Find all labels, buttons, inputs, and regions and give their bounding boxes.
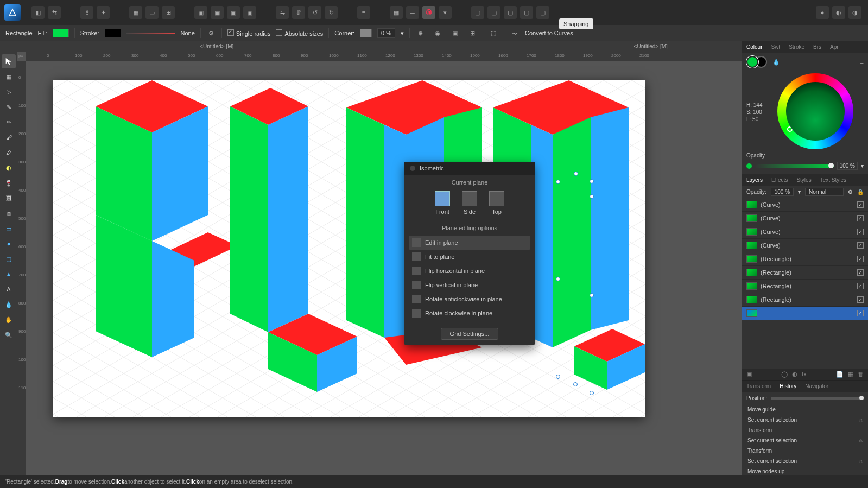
new-pixel-icon[interactable]: ▦	[848, 371, 853, 378]
shape-ellipse-tool[interactable]: ●	[2, 237, 16, 251]
history-item[interactable]: Move guide	[742, 404, 868, 415]
history-item[interactable]: Set current selection⎌	[742, 456, 868, 466]
doc-tab-1[interactable]: <Untitled> [M]	[0, 41, 434, 52]
flip-v-icon[interactable]: ⇵	[292, 6, 305, 19]
convert-to-curves-button[interactable]: Convert to Curves	[525, 30, 573, 36]
baseline-icon[interactable]: ═	[406, 6, 419, 19]
layer-opacity-value[interactable]: 100 %	[771, 188, 794, 196]
node-handle[interactable]	[556, 375, 560, 379]
layer-lock-icon[interactable]: 🔒	[857, 189, 864, 195]
plane-side[interactable]: Side	[462, 191, 477, 215]
layer-row[interactable]: (Curve)✓	[742, 212, 868, 225]
layer-group-icon[interactable]: ▣	[746, 371, 752, 378]
vector-brush-tool[interactable]: 🖊	[2, 145, 16, 160]
bool-int-icon[interactable]: ▢	[504, 6, 517, 19]
node-handle[interactable]	[573, 382, 578, 386]
tab-styles[interactable]: Styles	[792, 174, 815, 186]
shape-rect-tool[interactable]: ▭	[2, 221, 16, 236]
node-handle[interactable]	[556, 277, 560, 281]
reset-box-icon[interactable]: ⬚	[489, 28, 498, 38]
crop-tool[interactable]: ⧈	[2, 206, 16, 220]
place-image-tool[interactable]: 🖼	[2, 191, 16, 205]
arrange-forward-icon[interactable]: ▣	[211, 6, 224, 19]
zoom-tool[interactable]: 🔍	[2, 328, 16, 342]
cycle-box-icon[interactable]: ▣	[450, 28, 460, 38]
opt-flip-v[interactable]: Flip vertical in plane	[409, 278, 530, 292]
absolute-sizes-checkbox[interactable]	[276, 29, 282, 36]
account-icon[interactable]: ●	[816, 6, 829, 19]
layer-row[interactable]: (Rectangle)✓	[742, 252, 868, 266]
corner-type-select[interactable]	[360, 29, 372, 37]
arrange-back-icon[interactable]: ▣	[243, 6, 256, 19]
rotate-cw-icon[interactable]: ↻	[325, 6, 338, 19]
adjustment-icon[interactable]: ◐	[792, 371, 797, 378]
bool-add-icon[interactable]: ▢	[471, 6, 484, 19]
tab-stroke[interactable]: Stroke	[784, 41, 809, 53]
mask-icon[interactable]: ◯	[781, 371, 788, 378]
guides-icon[interactable]: ▭	[145, 6, 159, 19]
new-layer-icon[interactable]: 📄	[836, 371, 844, 378]
opt-rotate-ccw[interactable]: Rotate anticlockwise in plane	[409, 292, 530, 306]
rotate-ccw-icon[interactable]: ↺	[308, 6, 321, 19]
canvas[interactable]	[26, 61, 742, 475]
close-icon[interactable]	[410, 166, 415, 171]
layer-row[interactable]: (Rectangle)✓	[742, 266, 868, 280]
tab-textstyles[interactable]: Text Styles	[816, 174, 851, 186]
snap-options-icon[interactable]: ▾	[439, 6, 452, 19]
tab-layers[interactable]: Layers	[742, 174, 767, 186]
tab-appearance[interactable]: Apr	[826, 41, 843, 53]
node-handle[interactable]	[590, 179, 594, 183]
node-handle[interactable]	[590, 293, 594, 297]
bool-div-icon[interactable]: ▢	[536, 6, 549, 19]
layer-row[interactable]: ✓	[742, 307, 868, 320]
shape-triangle-tool[interactable]: ▲	[2, 267, 16, 281]
eyedropper-tool[interactable]: 💧	[2, 297, 16, 312]
tab-transform[interactable]: Transform	[742, 381, 775, 392]
tab-brushes[interactable]: Brs	[809, 41, 826, 53]
panel-header[interactable]: Isometric	[404, 162, 535, 175]
move-tool[interactable]	[2, 54, 16, 68]
alignment-icon[interactable]: ⊞	[467, 28, 477, 38]
pencil-tool[interactable]: ✏	[2, 115, 16, 129]
share-icon[interactable]: ⇆	[48, 6, 61, 19]
hand-tool[interactable]: ✋	[2, 313, 16, 327]
fx-icon[interactable]: fx	[802, 371, 807, 378]
artboard-tool[interactable]: ▦	[2, 69, 16, 84]
layer-row[interactable]: (Curve)✓	[742, 225, 868, 239]
layer-row[interactable]: (Curve)✓	[742, 239, 868, 252]
node-handle[interactable]	[556, 180, 560, 184]
history-item[interactable]: Set current selection⎌	[742, 435, 868, 446]
axis-icon[interactable]: ⊞	[162, 6, 175, 19]
layer-row[interactable]: (Rectangle)✓	[742, 280, 868, 293]
history-item[interactable]: Transform	[742, 425, 868, 435]
sparkle-icon[interactable]: ✦	[97, 6, 110, 19]
plane-top[interactable]: Top	[489, 191, 504, 215]
brush-tool[interactable]: 🖌	[2, 130, 16, 144]
transparency-tool[interactable]: 🍷	[2, 176, 16, 190]
fill-tool[interactable]: ◐	[2, 161, 16, 175]
arrange-backward-icon[interactable]: ▣	[227, 6, 240, 19]
shape-rounded-tool[interactable]: ▢	[2, 252, 16, 266]
convert-curves-icon[interactable]: ↝	[510, 28, 519, 38]
tab-navigator[interactable]: Navigator	[801, 381, 833, 392]
node-handle[interactable]	[574, 172, 578, 176]
tab-colour[interactable]: Colour	[742, 41, 766, 53]
opt-edit-in-plane[interactable]: Edit in plane	[409, 236, 530, 250]
tab-history[interactable]: History	[775, 381, 801, 392]
fill-colour-selector[interactable]	[746, 56, 758, 68]
single-radius-checkbox[interactable]	[227, 29, 234, 36]
trash-icon[interactable]: 🗑	[858, 371, 864, 378]
pen-tool[interactable]: ✎	[2, 100, 16, 114]
history-item[interactable]: Move nodes up	[742, 466, 868, 475]
grid-settings-button[interactable]: Grid Settings...	[441, 328, 499, 340]
upload-icon[interactable]: ⇪	[80, 6, 93, 19]
history-item[interactable]: Transform	[742, 446, 868, 456]
stroke-swatch[interactable]	[105, 29, 121, 37]
arrange-front-icon[interactable]: ▣	[194, 6, 207, 19]
persona-icon[interactable]: ◧	[31, 6, 45, 19]
layer-gear-icon[interactable]: ⚙	[848, 189, 853, 195]
layer-row[interactable]: (Curve)✓	[742, 198, 868, 212]
opt-rotate-cw[interactable]: Rotate clockwise in plane	[409, 306, 530, 320]
blend-mode-select[interactable]: Normal	[805, 188, 844, 196]
history-item[interactable]: Set current selection⎌	[742, 415, 868, 425]
